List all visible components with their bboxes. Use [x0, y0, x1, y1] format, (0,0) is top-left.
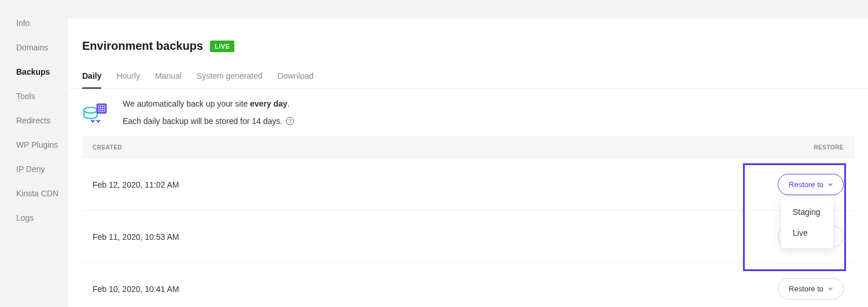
page-title: Environment backups [82, 39, 203, 53]
sidebar-item-info[interactable]: Info [16, 19, 68, 28]
restore-dropdown: Staging Live [781, 197, 833, 248]
backup-created-date: Feb 11, 2020, 10:53 AM [93, 232, 179, 242]
main-content: Environment backups LIVE Daily Hourly Ma… [68, 19, 868, 307]
chevron-down-icon [828, 287, 833, 290]
table-row: Feb 11, 2020, 10:53 AM Restore to [82, 211, 854, 263]
sidebar-item-backups[interactable]: Backups [16, 67, 68, 76]
info-line-2: Each daily backup will be stored for 14 … [123, 116, 294, 126]
chevron-down-icon [828, 183, 833, 186]
backup-created-date: Feb 10, 2020, 10:41 AM [93, 284, 179, 294]
info-line-1: We automatically back up your site every… [123, 99, 294, 108]
restore-button[interactable]: Restore to [778, 278, 844, 299]
tab-hourly[interactable]: Hourly [116, 65, 139, 88]
dropdown-option-live[interactable]: Live [781, 222, 833, 243]
col-created: CREATED [93, 144, 122, 151]
sidebar-item-tools[interactable]: Tools [16, 92, 68, 101]
tab-download[interactable]: Download [277, 65, 313, 88]
backup-created-date: Feb 12, 2020, 11:02 AM [93, 180, 179, 189]
tab-daily[interactable]: Daily [82, 65, 101, 89]
restore-button[interactable]: Restore to [778, 174, 844, 195]
tab-manual[interactable]: Manual [155, 65, 182, 88]
sidebar: Info Domains Backups Tools Redirects WP … [0, 0, 68, 307]
table-header: CREATED RESTORE [82, 136, 854, 159]
dropdown-option-staging[interactable]: Staging [781, 202, 833, 222]
sidebar-item-logs[interactable]: Logs [16, 213, 68, 222]
backup-icon [82, 99, 109, 126]
sidebar-item-redirects[interactable]: Redirects [16, 116, 68, 125]
sidebar-item-domains[interactable]: Domains [16, 43, 68, 52]
table-row: Feb 10, 2020, 10:41 AM Restore to [82, 263, 854, 307]
svg-point-0 [84, 107, 97, 113]
table-row: Feb 12, 2020, 11:02 AM Restore to Stagin… [82, 159, 854, 211]
tabs: Daily Hourly Manual System generated Dow… [68, 65, 868, 89]
sidebar-item-kinsta-cdn[interactable]: Kinsta CDN [16, 189, 68, 198]
sidebar-item-wp-plugins[interactable]: WP Plugins [16, 140, 68, 149]
help-icon[interactable]: ? [286, 117, 294, 125]
environment-badge: LIVE [210, 41, 234, 52]
sidebar-item-ip-deny[interactable]: IP Deny [16, 165, 68, 174]
col-restore: RESTORE [814, 144, 844, 151]
tab-system-generated[interactable]: System generated [197, 65, 263, 88]
